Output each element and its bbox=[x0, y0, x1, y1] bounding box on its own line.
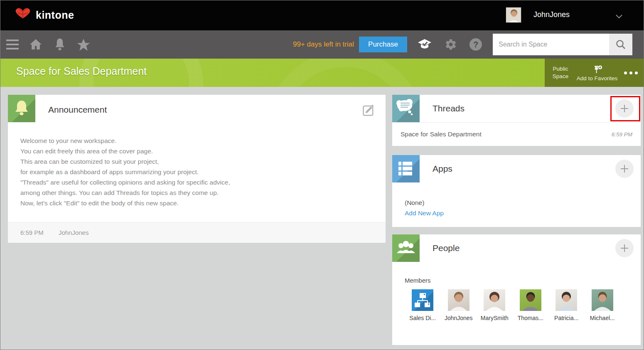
apps-body: (None) Add New App bbox=[392, 182, 641, 218]
space-banner-actions: Public Space Add to Favorites bbox=[545, 59, 644, 87]
apps-title: Apps bbox=[433, 164, 452, 174]
thread-list-item[interactable]: Space for Sales Department 6:59 PM bbox=[392, 122, 641, 146]
favorites-icon[interactable] bbox=[76, 38, 91, 53]
announcement-line: "Threads" are useful for collecting opin… bbox=[20, 177, 373, 187]
people-title: People bbox=[433, 243, 460, 253]
member-item[interactable]: JohnJones bbox=[441, 289, 477, 321]
people-card: People Members Sales Di... bbox=[392, 234, 641, 345]
announcement-line: among other things. You can add Threads … bbox=[20, 187, 373, 198]
purchase-button[interactable]: Purchase bbox=[359, 37, 407, 52]
member-photo-avatar bbox=[592, 289, 613, 311]
announcement-line: for example as a dashboard of apps summa… bbox=[20, 167, 373, 177]
announcement-time: 6:59 PM bbox=[20, 229, 44, 236]
member-item[interactable]: MarySmith bbox=[477, 289, 513, 321]
add-app-button[interactable] bbox=[615, 160, 634, 178]
search-box bbox=[493, 34, 632, 55]
threads-title: Threads bbox=[433, 104, 465, 113]
trial-countdown: 99+ days left in trial bbox=[293, 40, 354, 49]
menu-icon[interactable] bbox=[6, 39, 19, 52]
user-name[interactable]: JohnJones bbox=[533, 10, 570, 19]
member-item[interactable]: Thomas... bbox=[513, 289, 549, 321]
announcement-line: Now, let's click "Edit" to edit the body… bbox=[20, 198, 373, 208]
announcement-line: You can edit freely this area of the cov… bbox=[20, 146, 373, 156]
user-avatar[interactable] bbox=[506, 7, 521, 23]
help-icon[interactable]: ? bbox=[469, 38, 482, 51]
apps-list-icon bbox=[392, 155, 420, 182]
member-name: Thomas... bbox=[513, 315, 549, 321]
member-photo-avatar bbox=[448, 289, 469, 311]
chevron-down-icon[interactable] bbox=[615, 13, 623, 20]
brand-name: kintone bbox=[36, 9, 74, 21]
members-row: Sales Di... JohnJones MarySmith bbox=[405, 289, 641, 321]
member-name: Patricia... bbox=[548, 315, 585, 321]
member-photo-avatar bbox=[520, 289, 541, 311]
announcement-line: This area can be customized to suit your… bbox=[20, 156, 373, 167]
member-name: JohnJones bbox=[441, 315, 477, 321]
thread-time: 6:59 PM bbox=[612, 131, 632, 138]
gear-icon[interactable] bbox=[445, 38, 457, 51]
apps-card: Apps (None) Add New App bbox=[392, 155, 641, 227]
org-chart-avatar bbox=[412, 289, 433, 311]
space-banner: Space for Sales Department Public Space … bbox=[0, 59, 644, 87]
announcement-title: Announcement bbox=[48, 105, 107, 115]
apps-empty-label: (None) bbox=[405, 197, 628, 208]
edit-announcement-button[interactable] bbox=[361, 103, 376, 118]
people-body: Members Sales Di... bbox=[392, 262, 641, 321]
pin-plus-icon bbox=[592, 65, 602, 74]
member-item[interactable]: Michael... bbox=[585, 289, 621, 321]
toolbar-right-group: 99+ days left in trial Purchase ? bbox=[293, 30, 644, 59]
announcement-card: Announcement Welcome to your new workspa… bbox=[8, 95, 386, 243]
notifications-icon[interactable] bbox=[53, 37, 66, 53]
announcement-bell-icon bbox=[8, 95, 35, 122]
home-icon[interactable] bbox=[29, 37, 43, 53]
space-title: Space for Sales Department bbox=[16, 65, 147, 77]
search-input[interactable] bbox=[493, 34, 609, 55]
threads-bubble-icon bbox=[392, 95, 420, 122]
add-new-app-link[interactable]: Add New App bbox=[405, 208, 444, 218]
member-item[interactable]: Sales Di... bbox=[405, 289, 441, 321]
getting-started-icon[interactable] bbox=[417, 38, 432, 51]
more-options-icon[interactable] bbox=[618, 71, 644, 74]
member-name: Michael... bbox=[585, 315, 621, 321]
announcement-footer: 6:59 PM JohnJones bbox=[8, 222, 386, 243]
members-label: Members bbox=[405, 277, 641, 284]
public-space-label: Public Space bbox=[545, 65, 576, 80]
add-thread-button[interactable] bbox=[615, 99, 634, 118]
kintone-logo[interactable]: kintone bbox=[15, 7, 74, 23]
add-to-favorites-button[interactable]: Add to Favorites bbox=[576, 64, 618, 81]
people-group-icon bbox=[392, 234, 420, 262]
thread-label: Space for Sales Department bbox=[401, 131, 482, 138]
announcement-body: Welcome to your new workspace. You can e… bbox=[8, 125, 386, 208]
add-people-button[interactable] bbox=[615, 239, 634, 257]
announcement-author[interactable]: JohnJones bbox=[59, 229, 89, 236]
app-window: kintone JohnJones 99+ days left in trial… bbox=[0, 0, 644, 350]
search-button[interactable] bbox=[609, 34, 632, 55]
member-name: MarySmith bbox=[477, 315, 513, 321]
member-item[interactable]: Patricia... bbox=[548, 289, 585, 321]
add-to-favorites-label: Add to Favorites bbox=[577, 75, 617, 81]
member-photo-avatar bbox=[556, 289, 577, 311]
threads-card: Threads Space for Sales Department 6:59 … bbox=[392, 95, 641, 146]
kintone-logo-icon bbox=[15, 7, 31, 23]
toolbar: 99+ days left in trial Purchase ? bbox=[0, 30, 644, 59]
member-name: Sales Di... bbox=[405, 315, 441, 321]
member-photo-avatar bbox=[484, 289, 505, 311]
top-bar: kintone JohnJones bbox=[0, 0, 644, 30]
announcement-line: Welcome to your new workspace. bbox=[20, 136, 373, 146]
